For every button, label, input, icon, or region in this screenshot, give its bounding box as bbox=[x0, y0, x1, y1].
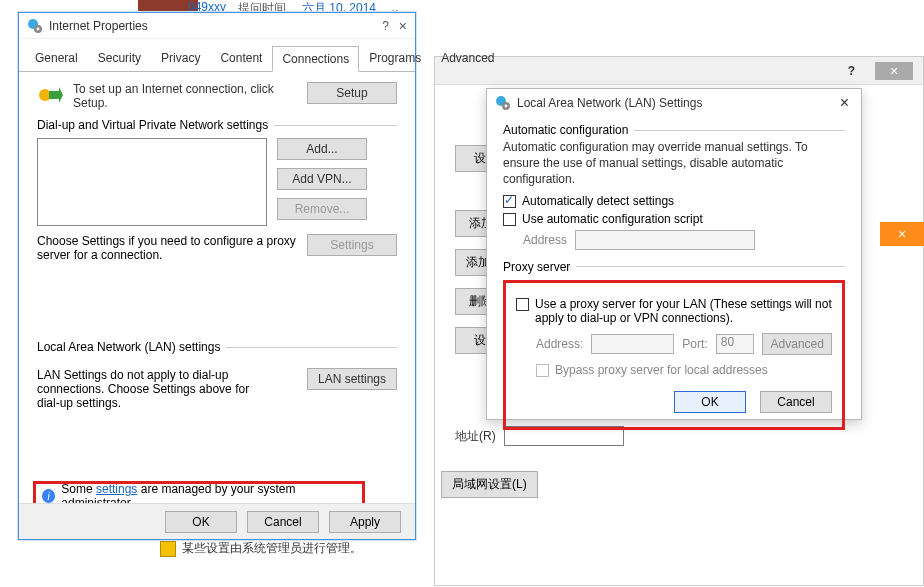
script-address-label: Address bbox=[523, 233, 567, 247]
info-icon: i bbox=[42, 489, 55, 503]
proxy-address-label: Address: bbox=[536, 337, 583, 351]
globe-gear-icon bbox=[27, 18, 43, 34]
tab-security[interactable]: Security bbox=[88, 45, 151, 71]
script-address-input bbox=[575, 230, 755, 250]
connection-wizard-icon bbox=[37, 82, 63, 108]
setup-button[interactable]: Setup bbox=[307, 82, 397, 104]
dialog-title: Local Area Network (LAN) Settings bbox=[517, 96, 836, 110]
ok-button[interactable]: OK bbox=[165, 511, 237, 533]
bottom-note-text: 某些设置由系统管理员进行管理。 bbox=[182, 540, 362, 557]
settings-link[interactable]: settings bbox=[96, 482, 137, 496]
remove-button[interactable]: Remove... bbox=[277, 198, 367, 220]
dialup-group-label: Dial-up and Virtual Private Network sett… bbox=[37, 118, 268, 132]
tab-advanced[interactable]: Advanced bbox=[431, 45, 504, 71]
choose-settings-text: Choose Settings if you need to configure… bbox=[37, 234, 297, 262]
internet-properties-dialog: Internet Properties ? × General Security… bbox=[18, 12, 416, 540]
globe-gear-icon bbox=[495, 95, 511, 111]
apply-button[interactable]: Apply bbox=[329, 511, 401, 533]
close-icon[interactable]: × bbox=[399, 18, 407, 34]
svg-point-6 bbox=[505, 105, 508, 108]
add-button[interactable]: Add... bbox=[277, 138, 367, 160]
orange-close-icon[interactable]: × bbox=[880, 222, 924, 246]
shield-icon bbox=[160, 541, 176, 557]
cancel-button[interactable]: Cancel bbox=[247, 511, 319, 533]
auto-detect-label: Automatically detect settings bbox=[522, 194, 674, 208]
cancel-button[interactable]: Cancel bbox=[760, 391, 832, 413]
bypass-checkbox bbox=[536, 364, 549, 377]
auto-detect-checkbox[interactable] bbox=[503, 195, 516, 208]
close-icon[interactable]: × bbox=[875, 62, 913, 80]
proxy-highlight-box: Use a proxy server for your LAN (These s… bbox=[503, 280, 845, 430]
tab-privacy[interactable]: Privacy bbox=[151, 45, 210, 71]
tab-programs[interactable]: Programs bbox=[359, 45, 431, 71]
lan-settings-dialog: Local Area Network (LAN) Settings × Auto… bbox=[486, 88, 862, 420]
close-icon[interactable]: × bbox=[836, 94, 853, 112]
dialup-listbox[interactable] bbox=[37, 138, 267, 226]
advanced-button[interactable]: Advanced bbox=[762, 333, 832, 355]
use-proxy-label: Use a proxy server for your LAN (These s… bbox=[535, 297, 832, 325]
use-script-label: Use automatic configuration script bbox=[522, 212, 703, 226]
tab-connections[interactable]: Connections bbox=[272, 46, 359, 72]
use-proxy-checkbox[interactable] bbox=[516, 298, 529, 311]
settings-button[interactable]: Settings bbox=[307, 234, 397, 256]
help-icon[interactable]: ? bbox=[848, 64, 855, 78]
proxy-port-label: Port: bbox=[682, 337, 707, 351]
setup-description: To set up an Internet connection, click … bbox=[73, 82, 297, 110]
ok-button[interactable]: OK bbox=[674, 391, 746, 413]
svg-point-2 bbox=[37, 27, 40, 30]
dialog-title: Internet Properties bbox=[49, 19, 382, 33]
proxy-port-input: 80 bbox=[716, 334, 755, 354]
lan-description: LAN Settings do not apply to dial-up con… bbox=[37, 368, 267, 410]
tab-content[interactable]: Content bbox=[210, 45, 272, 71]
lan-group-label: Local Area Network (LAN) settings bbox=[37, 340, 220, 354]
back-lan-button[interactable]: 局域网设置(L) bbox=[441, 471, 538, 498]
auto-config-desc: Automatic configuration may override man… bbox=[503, 139, 845, 188]
tab-strip: General Security Privacy Content Connect… bbox=[19, 45, 415, 72]
proxy-group-label: Proxy server bbox=[503, 260, 570, 274]
tab-general[interactable]: General bbox=[25, 45, 88, 71]
help-icon[interactable]: ? bbox=[382, 19, 389, 33]
use-script-checkbox[interactable] bbox=[503, 213, 516, 226]
bypass-label: Bypass proxy server for local addresses bbox=[555, 363, 768, 377]
lan-settings-button[interactable]: LAN settings bbox=[307, 368, 397, 390]
auto-config-group: Automatic configuration bbox=[503, 123, 628, 137]
add-vpn-button[interactable]: Add VPN... bbox=[277, 168, 367, 190]
bottom-note-row: 某些设置由系统管理员进行管理。 bbox=[160, 540, 362, 557]
proxy-address-input bbox=[591, 334, 674, 354]
